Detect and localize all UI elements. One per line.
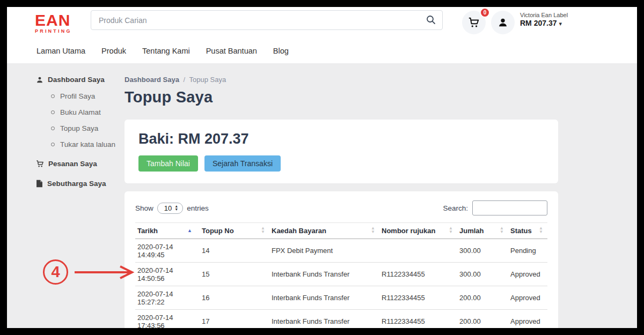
sidebar-item-pesanan-saya[interactable]: Pesanan Saya: [36, 160, 125, 168]
sort-icon: ▲▼: [371, 227, 375, 234]
entries-select-value: 10: [164, 204, 172, 212]
column-kaedah-bayaran[interactable]: Kaedah Bayaran▲▼: [269, 223, 379, 239]
balance-heading: Baki: RM 207.37: [138, 131, 544, 147]
logo[interactable]: EAN PRINTING: [35, 12, 89, 34]
page-title: Topup Saya: [125, 88, 558, 106]
table-row: 2020-07-14 17:43:56 17 Interbank Funds T…: [135, 310, 547, 333]
cell-status: Approved: [508, 310, 547, 333]
entries-control: Show 10 ▲▼ entries: [135, 203, 209, 214]
column-tarikh[interactable]: Tarikh▲: [135, 223, 200, 239]
bullet-icon: [51, 143, 55, 146]
cell-tarikh: 2020-07-14 14:50:56: [135, 263, 200, 286]
table-row: 2020-07-14 14:50:56 15 Interbank Funds T…: [135, 263, 547, 286]
topup-button[interactable]: Tambah Nilai: [138, 155, 198, 172]
column-status[interactable]: Status▲▼: [508, 223, 547, 239]
cell-jumlah: 300.00: [457, 263, 508, 286]
cell-kaedah: FPX Debit Payment: [269, 239, 379, 263]
search-icon[interactable]: [426, 14, 436, 25]
annotation-number: 4: [51, 263, 60, 281]
transaction-history-button[interactable]: Sejarah Transaksi: [204, 155, 281, 172]
product-search-input[interactable]: [91, 10, 443, 30]
nav-blog[interactable]: Blog: [273, 47, 289, 55]
cell-rujukan: R1122334455: [379, 286, 457, 310]
column-jumlah[interactable]: Jumlah▲▼: [457, 223, 508, 239]
cart-button[interactable]: 0: [462, 11, 486, 34]
chevron-down-icon: ▾: [559, 20, 562, 27]
breadcrumb-dashboard[interactable]: Dashboard Saya: [125, 76, 179, 84]
search-label: Search:: [443, 204, 468, 212]
table-header-row: Tarikh▲ Topup No▲▼ Kaedah Bayaran▲▼ Nomb…: [135, 223, 547, 239]
cell-status: Pending: [508, 239, 547, 263]
sort-icon: ▲▼: [539, 227, 543, 234]
sidebar-item-label: Tukar kata laluan: [60, 140, 115, 148]
sidebar-item-tukar-kata-laluan[interactable]: Tukar kata laluan: [51, 140, 125, 148]
file-icon: [36, 180, 43, 188]
cell-rujukan: R1122334455: [379, 310, 457, 333]
cell-status: Approved: [508, 286, 547, 310]
cell-tarikh: 2020-07-14 15:27:22: [135, 286, 200, 310]
logo-text: EAN: [35, 11, 70, 29]
breadcrumb-separator: /: [184, 76, 186, 84]
bullet-icon: [51, 94, 55, 98]
nav-pusat-bantuan[interactable]: Pusat Bantuan: [206, 47, 257, 55]
user-menu[interactable]: Victoria Ean Label RM 207.37▾: [520, 12, 568, 27]
breadcrumb-current: Topup Saya: [189, 76, 226, 84]
cell-kaedah: Interbank Funds Transfer: [269, 310, 379, 333]
cell-topup-no: 16: [200, 286, 269, 310]
user-icon: [36, 76, 43, 84]
cell-tarikh: 2020-07-14 14:49:45: [135, 239, 200, 263]
cell-kaedah: Interbank Funds Transfer: [269, 263, 379, 286]
entries-select[interactable]: 10 ▲▼: [157, 203, 183, 214]
user-name: Victoria Ean Label: [520, 12, 568, 18]
breadcrumb: Dashboard Saya / Topup Saya: [125, 76, 558, 84]
bullet-icon: [51, 126, 55, 130]
cell-tarikh: 2020-07-14 17:43:56: [135, 310, 200, 333]
sidebar-item-label: Profil Saya: [60, 92, 95, 100]
sidebar-item-topup-saya[interactable]: Topup Saya: [51, 124, 125, 132]
balance-card: Baki: RM 207.37 Tambah Nilai Sejarah Tra…: [125, 120, 558, 183]
table-row: 2020-07-14 14:49:45 14 FPX Debit Payment…: [135, 239, 547, 263]
cell-rujukan: R1122334455: [379, 263, 457, 286]
cell-jumlah: 300.00: [457, 239, 508, 263]
avatar[interactable]: [491, 11, 515, 34]
sidebar-item-label: Sebutharga Saya: [47, 180, 106, 188]
cart-count-badge: 0: [480, 8, 490, 18]
sidebar: Dashboard Saya Profil Saya Buku Alamat T…: [7, 63, 125, 335]
app-window: EAN PRINTING 0: [0, 0, 644, 335]
sidebar-item-label: Dashboard Saya: [48, 76, 105, 84]
table-search-input[interactable]: [472, 200, 547, 215]
cell-topup-no: 15: [200, 263, 269, 286]
sidebar-item-label: Pesanan Saya: [48, 160, 97, 168]
nav-produk[interactable]: Produk: [101, 47, 126, 55]
cell-jumlah: 200.00: [457, 286, 508, 310]
user-balance: RM 207.37: [520, 19, 557, 27]
column-nombor-rujukan[interactable]: Nombor rujukan▲▼: [379, 223, 457, 239]
logo-subtext: PRINTING: [35, 29, 89, 34]
header: EAN PRINTING 0: [7, 7, 637, 63]
sort-asc-icon: ▲: [187, 228, 192, 233]
sidebar-item-label: Buku Alamat: [60, 108, 101, 116]
entries-label: entries: [187, 204, 209, 212]
sidebar-item-profil-saya[interactable]: Profil Saya: [51, 92, 125, 100]
table-row: 2020-07-14 15:27:22 16 Interbank Funds T…: [135, 286, 547, 310]
cell-topup-no: 17: [200, 310, 269, 333]
annotation-arrow-icon: [75, 265, 135, 279]
main-nav: Laman Utama Produk Tentang Kami Pusat Ba…: [7, 40, 637, 62]
sidebar-item-dashboard[interactable]: Dashboard Saya: [36, 76, 125, 84]
sidebar-item-sebutharga-saya[interactable]: Sebutharga Saya: [36, 180, 125, 188]
sidebar-item-buku-alamat[interactable]: Buku Alamat: [51, 108, 125, 116]
stepper-icon: ▲▼: [174, 205, 178, 211]
sort-icon: ▲▼: [500, 227, 504, 234]
cell-jumlah: 200.00: [457, 310, 508, 333]
cell-status: Approved: [508, 263, 547, 286]
cell-kaedah: Interbank Funds Transfer: [269, 286, 379, 310]
topup-table-card: Show 10 ▲▼ entries Search:: [125, 191, 558, 335]
cell-rujukan: [379, 239, 457, 263]
sidebar-item-label: Topup Saya: [60, 124, 98, 132]
nav-tentang-kami[interactable]: Tentang Kami: [142, 47, 190, 55]
sort-icon: ▲▼: [449, 227, 453, 234]
column-topup-no[interactable]: Topup No▲▼: [200, 223, 269, 239]
topup-table: Tarikh▲ Topup No▲▼ Kaedah Bayaran▲▼ Nomb…: [135, 222, 547, 333]
cart-icon: [468, 17, 480, 28]
nav-laman-utama[interactable]: Laman Utama: [36, 47, 85, 55]
